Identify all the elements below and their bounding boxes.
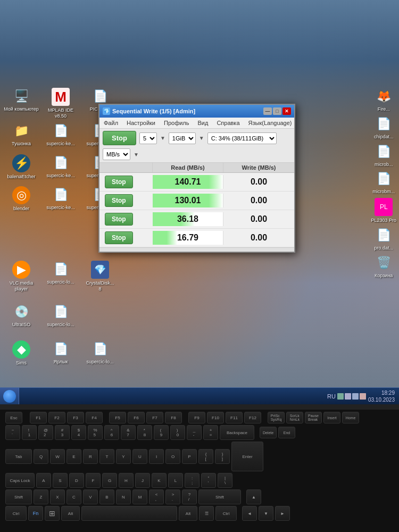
- key-backtick[interactable]: ~`: [5, 425, 20, 440]
- key-ctrl-left[interactable]: Ctrl: [5, 506, 27, 521]
- desktop-icon-balena[interactable]: ⚡ balenaEtcher: [3, 154, 40, 180]
- key-shift-right[interactable]: Shift: [198, 489, 241, 504]
- key-l[interactable]: L: [168, 473, 183, 488]
- stop-button-row2[interactable]: Stop: [105, 194, 133, 207]
- key-y[interactable]: Y: [116, 449, 131, 464]
- desktop-icon-microb1[interactable]: 📄 microb...: [371, 143, 396, 168]
- desktop-icon-supercic5[interactable]: 📄 supercic-ke...: [42, 186, 79, 212]
- key-home[interactable]: Home: [342, 412, 359, 423]
- key-f9[interactable]: F9: [188, 412, 205, 423]
- maximize-button[interactable]: □: [273, 107, 281, 115]
- drive-select[interactable]: C: 34% (38/111GiB): [207, 132, 277, 144]
- key-f8[interactable]: F8: [165, 412, 182, 423]
- key-6[interactable]: ^6: [104, 425, 119, 440]
- key-fn[interactable]: Fn: [28, 506, 43, 521]
- unit-select[interactable]: MB/s: [103, 148, 130, 160]
- menu-settings[interactable]: Настройки: [124, 119, 157, 127]
- key-f2[interactable]: F2: [48, 412, 65, 423]
- key-super[interactable]: ⊞: [45, 506, 60, 521]
- desktop-icon-vlc[interactable]: ▶ VLC mediaplayer: [3, 261, 40, 292]
- key-k[interactable]: K: [152, 473, 167, 488]
- key-c[interactable]: C: [66, 489, 81, 504]
- close-button[interactable]: ✕: [282, 107, 291, 115]
- desktop-icon-shortcut[interactable]: 📄 Ярлык: [42, 340, 79, 366]
- key-7[interactable]: &7: [121, 425, 136, 440]
- key-d[interactable]: D: [69, 473, 84, 488]
- minimize-button[interactable]: —: [263, 107, 272, 115]
- key-0[interactable]: )0: [170, 425, 185, 440]
- desktop-icon-computer[interactable]: 🖥️ Мой компьютер: [3, 88, 40, 119]
- desktop-icon-crystaldisk[interactable]: 💎 CrystalDisk...8: [81, 261, 119, 292]
- key-x[interactable]: X: [50, 489, 65, 504]
- key-enter[interactable]: Enter: [231, 442, 263, 471]
- key-f6[interactable]: F6: [128, 412, 145, 423]
- key-backspace[interactable]: Backspace: [220, 425, 254, 440]
- key-alt-left[interactable]: Alt: [61, 506, 80, 521]
- key-u[interactable]: U: [132, 449, 147, 464]
- desktop-icon-supercic8[interactable]: 📄 supercic-lo...: [42, 303, 79, 328]
- key-s[interactable]: S: [53, 473, 68, 488]
- key-comma[interactable]: <,: [149, 489, 164, 504]
- menu-profile[interactable]: Профиль: [162, 119, 192, 127]
- key-f1[interactable]: F1: [30, 412, 47, 423]
- key-escape[interactable]: Esc: [5, 412, 22, 423]
- key-f7[interactable]: F7: [146, 412, 163, 423]
- key-j[interactable]: J: [135, 473, 150, 488]
- key-rbracket[interactable]: }]: [215, 449, 230, 464]
- desktop-icon-prodat[interactable]: 📄 pro.dat...: [371, 227, 396, 251]
- menu-file[interactable]: Файл: [102, 119, 120, 127]
- key-w[interactable]: W: [50, 449, 65, 464]
- key-f[interactable]: F: [86, 473, 101, 488]
- key-v[interactable]: V: [83, 489, 98, 504]
- desktop-icon-firefox[interactable]: 🦊 Fire...: [371, 88, 396, 112]
- key-up[interactable]: ▲: [246, 489, 261, 504]
- desktop-icon-blender[interactable]: ◎ blender: [3, 186, 40, 212]
- key-5[interactable]: %5: [88, 425, 103, 440]
- key-slash[interactable]: ?/: [182, 489, 197, 504]
- key-backslash[interactable]: |\: [218, 473, 232, 488]
- key-n[interactable]: N: [116, 489, 131, 504]
- key-shift-left[interactable]: Shift: [5, 489, 32, 504]
- key-a[interactable]: A: [36, 473, 51, 488]
- key-f4[interactable]: F4: [86, 412, 103, 423]
- stop-button-row4[interactable]: Stop: [105, 231, 133, 244]
- key-8[interactable]: *8: [137, 425, 152, 440]
- key-m[interactable]: M: [132, 489, 147, 504]
- stop-button-row1[interactable]: Stop: [105, 176, 133, 188]
- key-end[interactable]: End: [278, 427, 295, 438]
- desktop-icon-mplab[interactable]: M MPLAB IDEv8.50: [42, 88, 79, 119]
- key-f12[interactable]: F12: [244, 412, 261, 423]
- key-p[interactable]: P: [182, 449, 197, 464]
- desktop-icon-supercic7[interactable]: 📄 supercic-lo...: [42, 261, 79, 292]
- desktop-icon-ultraiso[interactable]: 💿 UltraISO: [3, 303, 40, 328]
- desktop-icon-recycle[interactable]: 🗑️ Корзина: [371, 254, 396, 279]
- desktop-icon-tushonka[interactable]: 📁 Тушонка: [3, 122, 40, 147]
- key-delete[interactable]: Delete: [260, 427, 277, 438]
- key-i[interactable]: I: [149, 449, 164, 464]
- key-down[interactable]: ▼: [259, 506, 273, 521]
- desktop-icon-microb2[interactable]: 📄 microbm...: [371, 170, 396, 195]
- key-4[interactable]: $4: [71, 425, 86, 440]
- key-9[interactable]: (9: [154, 425, 169, 440]
- key-left[interactable]: ◄: [242, 506, 257, 521]
- key-t[interactable]: T: [99, 449, 114, 464]
- desktop-icon-chipdat[interactable]: 📄 chipdat...: [371, 115, 396, 140]
- desktop-icon-supercic3[interactable]: 📄 supercic-ke...: [42, 154, 79, 180]
- menu-language[interactable]: Язык(Language): [246, 119, 294, 127]
- key-e[interactable]: E: [66, 449, 81, 464]
- key-lbracket[interactable]: {[: [198, 449, 213, 464]
- desktop-icon-supercic9[interactable]: 📄 supercic-lo...: [81, 340, 119, 366]
- stop-button-row3[interactable]: Stop: [105, 213, 133, 226]
- key-capslock[interactable]: Caps Lock: [5, 473, 35, 488]
- key-f5[interactable]: F5: [109, 412, 126, 423]
- key-h[interactable]: H: [119, 473, 134, 488]
- menu-view[interactable]: Вид: [195, 119, 210, 127]
- key-period[interactable]: >.: [165, 489, 180, 504]
- menu-help[interactable]: Справка: [214, 119, 242, 127]
- key-z[interactable]: Z: [34, 489, 48, 504]
- key-pause[interactable]: PauseBreak: [305, 412, 322, 423]
- key-equals[interactable]: +=: [203, 425, 218, 440]
- key-r[interactable]: R: [83, 449, 98, 464]
- key-right[interactable]: ►: [275, 506, 290, 521]
- key-semicolon[interactable]: :;: [185, 473, 200, 488]
